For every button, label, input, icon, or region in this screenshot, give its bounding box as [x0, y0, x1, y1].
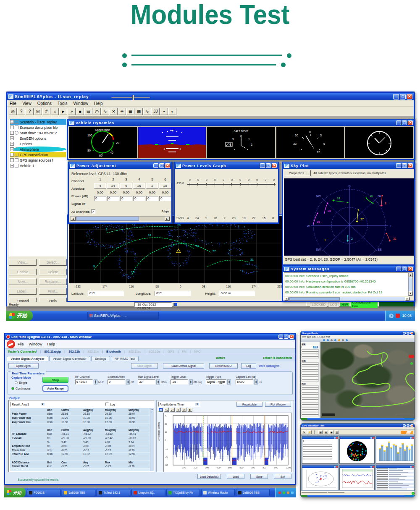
pan-icon[interactable]: ✛ — [176, 408, 181, 412]
search-input[interactable] — [302, 346, 312, 348]
save-demod-button[interactable]: Save Demod Signal — [163, 363, 204, 369]
all-channels-checkbox[interactable]: ✓ — [91, 209, 95, 214]
lon-value[interactable]: 0°0' — [155, 291, 191, 296]
toolbar-button[interactable]: « — [51, 108, 59, 115]
cursor-icon[interactable]: ➤ — [188, 408, 192, 412]
properties-button[interactable]: Properties... — [285, 170, 311, 176]
param-field[interactable]: RF Channel 6 / 2437 ▲▼ MHz — [75, 375, 104, 394]
height-value[interactable]: 0.00 m — [219, 291, 255, 296]
toolbar-button[interactable]: ? — [26, 108, 34, 115]
table-row[interactable]: Peak Power dBm 29.98 29.88 29.95 29.07 — [10, 412, 153, 416]
table-row[interactable]: Unit Curr/0 Avg(50) Max(Val) Min(Val) — [10, 428, 153, 432]
map-badge[interactable] — [409, 355, 414, 358]
menu-item[interactable]: Options — [37, 101, 52, 106]
toolbar-button[interactable]: # — [42, 108, 50, 115]
technology-tab[interactable]: |802.11ac — [124, 350, 141, 353]
tree-action-button[interactable]: Select... — [39, 259, 67, 266]
maximize-button[interactable]: □ — [407, 332, 410, 335]
technology-tab[interactable]: |802.11n — [83, 350, 99, 353]
v-scrollbar[interactable]: ▲ ▼ — [408, 272, 413, 296]
slider-thumb[interactable] — [132, 95, 134, 100]
close-button[interactable]: ✕ — [407, 94, 412, 99]
toolbar-button[interactable]: ◐ — [168, 108, 176, 115]
signal-off-input[interactable]: 0 — [146, 196, 158, 201]
tree-item[interactable]: + Options — [10, 141, 66, 146]
start-button-2[interactable]: 开始 — [4, 488, 26, 497]
minimize-button[interactable]: _ — [403, 424, 406, 427]
save-signal-button[interactable]: Save Signal — [131, 363, 158, 369]
toolbar-button[interactable]: ✕ — [110, 108, 118, 115]
minimize-button[interactable]: _ — [396, 267, 401, 271]
marker-icon[interactable]: ◇ — [182, 408, 186, 412]
signal-off-input[interactable]: 0 — [107, 196, 119, 201]
toolbar-icon[interactable] — [334, 339, 336, 341]
tree-item[interactable]: Start time: 19-Oct-2012 — [10, 130, 66, 136]
table-row[interactable]: Avg Power (all) dBm 10.29 10.38 10.35 10… — [10, 416, 153, 420]
toolbar-button[interactable]: ■ — [76, 108, 84, 115]
continuous-radio[interactable]: Continuous — [11, 387, 30, 390]
signal-off-input[interactable]: 0 — [159, 196, 171, 201]
toolbar-icon[interactable] — [323, 339, 325, 341]
maximize-button[interactable]: □ — [402, 120, 407, 125]
save-plot-icon[interactable]: ▦ — [158, 408, 163, 412]
table-row[interactable] — [10, 456, 153, 460]
toolbar-button[interactable]: ∿ — [143, 108, 151, 115]
taskbar-task[interactable]: 5aB666 TBE — [62, 489, 95, 496]
main-tab[interactable]: Settings — [91, 356, 110, 361]
toolbar-button[interactable]: ✳ — [118, 108, 126, 115]
minimize-button[interactable]: _ — [278, 335, 283, 339]
toolbar-button[interactable]: ▤ — [84, 108, 92, 115]
table-row[interactable]: AGC Distance Unit Curr Avg Max Min — [10, 460, 153, 465]
tree-item[interactable]: - Scenario - ll.scn_replay — [10, 119, 66, 125]
technology-tab[interactable]: |Bluetooth — [102, 350, 121, 353]
table-row[interactable]: Avg Power Gau dBm 10.98 10.98 12.08 10.9… — [10, 420, 153, 424]
taskbar-task[interactable]: TXQuEE by Ph — [166, 489, 200, 496]
tree-action-button[interactable]: Rename... — [39, 278, 67, 285]
report-mimo-button[interactable]: Report MIMO — [209, 363, 238, 369]
tray-app-icon[interactable] — [396, 314, 400, 318]
tree-action-button[interactable]: Delete — [39, 269, 67, 275]
toolbar-button[interactable]: ◷ — [93, 108, 101, 115]
command-combo[interactable] — [303, 440, 328, 442]
toolbar-button[interactable]: ► — [59, 108, 67, 115]
signal-off-input[interactable]: 0 — [94, 196, 106, 201]
param-field[interactable]: Trigger Type Signal Trigger ▲▼ — [206, 375, 232, 394]
tray-icon-red[interactable] — [278, 492, 281, 494]
table-row[interactable]: EVM All dB -29.30 -29.30 -27.42 -30.07 — [10, 436, 153, 440]
toolbar-icon[interactable]: ◉ — [329, 430, 333, 434]
technology-tab[interactable]: |GPS — [163, 350, 174, 353]
maximize-button[interactable]: □ — [407, 424, 410, 427]
table-row[interactable]: RF Leakage dBc -45.71 -45.72 -43.80 -44.… — [10, 432, 153, 437]
technology-tab[interactable]: |FM — [178, 350, 186, 353]
zoom-out-icon[interactable]: ⤢ — [170, 408, 175, 412]
taskbar-task[interactable]: PD661B — [27, 489, 60, 496]
signal-off-input[interactable]: 0 — [133, 196, 145, 201]
toolbar-button[interactable]: ? — [17, 108, 25, 115]
taskbar-task[interactable]: SimREPLAYplus - ... — [87, 312, 159, 320]
log-checkbox[interactable]: Log — [105, 403, 115, 406]
log-button[interactable]: Log — [241, 363, 256, 369]
taskbar-task[interactable]: 5aB666 TBE — [236, 489, 270, 496]
tree-action-button[interactable]: Enable — [9, 269, 37, 275]
toolbar-icon[interactable] — [331, 339, 333, 341]
minimize-button[interactable]: _ — [393, 94, 399, 99]
result-combo[interactable]: Result: Avg 1▼ — [10, 402, 46, 407]
tray-icon-green[interactable] — [283, 492, 285, 494]
close-button[interactable]: ✕ — [408, 120, 413, 125]
menu-item[interactable]: Window — [73, 101, 88, 106]
edit-icon[interactable]: ✎ — [302, 430, 306, 434]
single-radio[interactable]: Single — [15, 381, 27, 384]
signal-off-input[interactable]: 0 — [120, 196, 132, 201]
table-row[interactable]: Phase Imb deg -0.23 -0.18 -0.15 -0.30 — [10, 448, 153, 452]
open-signal-button[interactable]: Open Signal — [8, 363, 39, 369]
maximize-button[interactable]: □ — [402, 163, 407, 168]
technology-tab[interactable]: |802.11a/g/p — [40, 350, 61, 353]
bottom-button[interactable]: Load Default(s) — [197, 474, 221, 479]
tray-icon-blue[interactable] — [291, 492, 294, 494]
toolbar-icon[interactable]: ▦ — [318, 430, 323, 434]
table-row[interactable]: Unit Curr/0 Avg(50) Max(Val) Min(Val) — [10, 408, 153, 412]
log-file-link[interactable]: wave data/log.txt — [259, 364, 279, 367]
close-button[interactable]: ✕ — [408, 163, 413, 168]
maximize-button[interactable]: □ — [402, 267, 407, 271]
toolbar-button[interactable]: JJ — [152, 108, 160, 115]
